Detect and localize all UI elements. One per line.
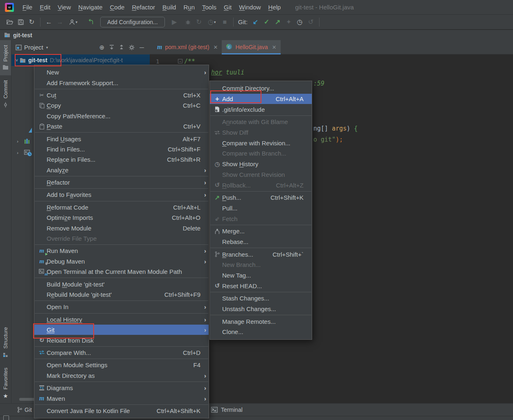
commit-check-icon[interactable]: ✓ bbox=[261, 17, 272, 27]
menu-item-add-to-favorites[interactable]: Add to Favorites› bbox=[34, 190, 209, 200]
update-project-icon[interactable]: ↙ bbox=[250, 17, 261, 27]
menu-item-git[interactable]: Git› bbox=[34, 325, 209, 335]
menu-item-refactor[interactable]: Refactor› bbox=[34, 177, 209, 187]
menu-item-open-module-settings[interactable]: Open Module SettingsF4 bbox=[34, 360, 209, 370]
breadcrumb[interactable]: git-test bbox=[13, 32, 32, 38]
menubar-item-tools[interactable]: Tools bbox=[198, 0, 220, 15]
menu-item-label: Clone... bbox=[222, 328, 243, 335]
menubar-item-help[interactable]: Help bbox=[265, 0, 285, 15]
menu-item-unstash-changes[interactable]: Unstash Changes... bbox=[210, 304, 312, 314]
editor-tab-hellogit-java[interactable]: CHelloGit.java✕ bbox=[222, 40, 280, 54]
submenu-arrow-icon: › bbox=[200, 326, 206, 333]
menu-item-analyze[interactable]: Analyze› bbox=[34, 165, 209, 175]
menu-item-open-in[interactable]: Open In› bbox=[34, 302, 209, 312]
save-icon[interactable] bbox=[15, 17, 26, 27]
menu-item-diagrams[interactable]: Diagrams› bbox=[34, 383, 209, 393]
menubar-item-code[interactable]: Code bbox=[106, 0, 128, 15]
sync-icon[interactable]: ↻ bbox=[26, 17, 37, 27]
menubar-item-build[interactable]: Build bbox=[159, 0, 180, 15]
back-icon[interactable]: ← bbox=[43, 17, 54, 27]
chevron-collapsed-icon[interactable]: › bbox=[15, 139, 20, 144]
menu-item-run-maven[interactable]: m▶Run Maven› bbox=[34, 246, 209, 256]
menu-item-paste[interactable]: PasteCtrl+V bbox=[34, 121, 209, 131]
menu-item-local-history[interactable]: Local History› bbox=[34, 314, 209, 325]
menu-item-clone[interactable]: Clone... bbox=[210, 327, 312, 337]
menu-item-stash-changes[interactable]: Stash Changes... bbox=[210, 293, 312, 304]
menu-item-manage-remotes[interactable]: Manage Remotes... bbox=[210, 316, 312, 327]
menubar-item-file[interactable]: File bbox=[19, 0, 36, 15]
menu-item-add[interactable]: +AddCtrl+Alt+A bbox=[210, 94, 312, 104]
restore-windows-icon[interactable] bbox=[3, 415, 9, 420]
menu-item-find-in-files[interactable]: Find in Files...Ctrl+Shift+F bbox=[34, 144, 209, 154]
menu-item-reset-head[interactable]: ↺Reset HEAD... bbox=[210, 280, 312, 291]
menu-item-reformat-code[interactable]: Reformat CodeCtrl+Alt+L bbox=[34, 202, 209, 212]
menu-item-merge[interactable]: Merge... bbox=[210, 226, 312, 237]
menu-item-maven[interactable]: mMaven› bbox=[34, 393, 209, 403]
menu-item-rebuild-module-git-test[interactable]: Rebuild Module 'git-test'Ctrl+Shift+F9 bbox=[34, 289, 209, 300]
menubar-item-git[interactable]: Git bbox=[220, 0, 235, 15]
chevron-down-icon[interactable]: ▾ bbox=[46, 45, 48, 50]
stripe-button-project[interactable]: Project bbox=[0, 40, 11, 75]
tree-row-external-libraries[interactable]: › bbox=[15, 138, 30, 144]
menu-item-copy-path-reference[interactable]: Copy Path/Reference... bbox=[34, 111, 209, 121]
menubar-item-run[interactable]: Run bbox=[180, 0, 198, 15]
menu-item-mark-directory-as[interactable]: Mark Directory as› bbox=[34, 370, 209, 381]
menu-item-compare-with-revision[interactable]: Compare with Revision... bbox=[210, 138, 312, 148]
menubar-item-window[interactable]: Window bbox=[235, 0, 264, 15]
fold-marker-icon[interactable]: - bbox=[178, 59, 182, 63]
menu-item-commit-directory[interactable]: Commit Directory... bbox=[210, 83, 312, 94]
menu-item-new-tag[interactable]: New Tag... bbox=[210, 270, 312, 281]
chevron-expanded-icon[interactable]: ˅ bbox=[14, 58, 20, 63]
user-profile-icon[interactable]: ▾ bbox=[65, 17, 81, 27]
chevron-collapsed-icon[interactable]: › bbox=[15, 150, 20, 155]
menu-item-copy[interactable]: CopyCtrl+C bbox=[34, 100, 209, 111]
menu-item-reload-from-disk[interactable]: ↻Reload from Disk bbox=[34, 335, 209, 345]
menu-item-optimize-imports[interactable]: Optimize ImportsCtrl+Alt+O bbox=[34, 212, 209, 223]
menu-item-remove-module[interactable]: Remove ModuleDelete bbox=[34, 223, 209, 233]
close-icon[interactable]: ✕ bbox=[272, 44, 277, 50]
add-configuration-button[interactable]: Add Configuration... bbox=[100, 17, 165, 27]
tree-node-name: git-test bbox=[28, 57, 47, 63]
menu-item-build-module-git-test[interactable]: Build Module 'git-test' bbox=[34, 279, 209, 289]
chevron-down-icon[interactable]: ▾ bbox=[214, 20, 216, 24]
tree-row-scratches[interactable]: › bbox=[15, 150, 30, 155]
menu-item-cut[interactable]: ✂CutCtrl+X bbox=[34, 90, 209, 100]
menubar-item-view[interactable]: View bbox=[54, 0, 74, 15]
menubar-item-refactor[interactable]: Refactor bbox=[128, 0, 159, 15]
editor-tab-pom-xml-git-test[interactable]: mpom.xml (git-test)✕ bbox=[153, 40, 222, 54]
git-tool-window-button[interactable]: Git bbox=[17, 406, 32, 413]
push-arrow-icon[interactable]: ↗ bbox=[272, 17, 283, 27]
gear-icon[interactable] bbox=[129, 45, 135, 50]
menu-item-convert-java-file-to-kotlin-file[interactable]: Convert Java File to Kotlin FileCtrl+Alt… bbox=[34, 406, 209, 416]
menu-item-replace-in-files[interactable]: Replace in Files...Ctrl+Shift+R bbox=[34, 154, 209, 165]
menu-item-debug-maven[interactable]: mDebug Maven› bbox=[34, 256, 209, 266]
menu-item-push[interactable]: ↗Push...Ctrl+Shift+K bbox=[210, 192, 312, 203]
load-changes-icon[interactable] bbox=[85, 17, 96, 27]
menu-item-git-info-exclude[interactable]: .git/info/exclude bbox=[210, 104, 312, 115]
collapse-all-icon[interactable] bbox=[119, 45, 124, 50]
menu-separator bbox=[210, 292, 311, 292]
menu-item-branches[interactable]: Branches...Ctrl+Shift+` bbox=[210, 249, 312, 260]
menu-item-compare-with[interactable]: Compare With...Ctrl+D bbox=[34, 348, 209, 358]
project-view-selector[interactable]: Project bbox=[24, 44, 43, 51]
terminal-tool-window-button[interactable]: Terminal bbox=[211, 406, 243, 413]
locate-icon[interactable]: ⊕ bbox=[99, 44, 105, 51]
hide-panel-icon[interactable]: ─ bbox=[140, 44, 144, 51]
menu-item-add-framework-support[interactable]: Add Framework Support... bbox=[34, 77, 209, 88]
stripe-button-commit[interactable]: Commit bbox=[0, 75, 11, 113]
menu-item-pull[interactable]: Pull... bbox=[210, 203, 312, 214]
stripe-button-favorites[interactable]: Favorites★ bbox=[0, 363, 11, 403]
tree-row-git-test[interactable]: ˅ git-test D:\work\javaidea\Project\git-… bbox=[11, 54, 150, 66]
open-file-icon[interactable] bbox=[4, 17, 15, 27]
menu-item-rebase[interactable]: Rebase... bbox=[210, 237, 312, 247]
menu-item-show-history[interactable]: ◷Show History bbox=[210, 159, 312, 169]
menu-item-new[interactable]: New› bbox=[34, 67, 209, 77]
expand-all-icon[interactable] bbox=[109, 45, 114, 50]
menubar-item-edit[interactable]: Edit bbox=[36, 0, 54, 15]
menu-item-open-terminal-at-the-current-maven-module-path[interactable]: mOpen Terminal at the Current Maven Modu… bbox=[34, 266, 209, 277]
menubar-item-navigate[interactable]: Navigate bbox=[74, 0, 106, 15]
menu-item-find-usages[interactable]: Find UsagesAlt+F7 bbox=[34, 133, 209, 144]
close-icon[interactable]: ✕ bbox=[214, 44, 218, 50]
stripe-button-structure[interactable]: Structure bbox=[0, 322, 11, 363]
history-clock-icon[interactable]: ◷ bbox=[294, 17, 305, 27]
